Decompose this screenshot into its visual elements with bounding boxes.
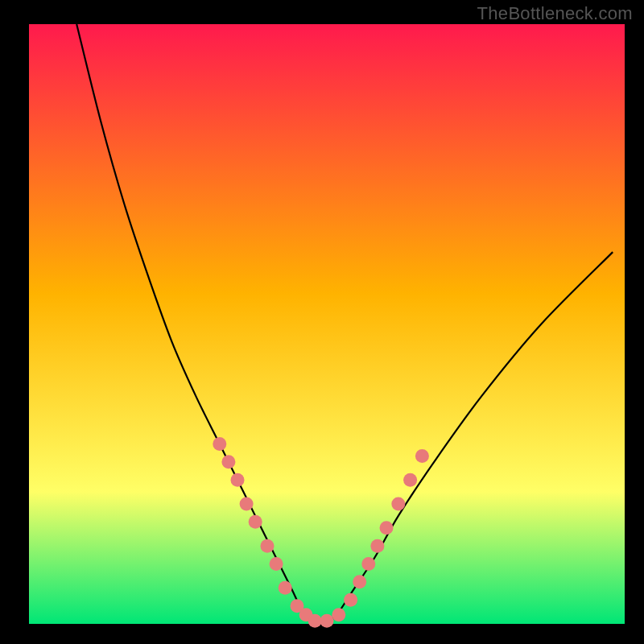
highlight-dot [270, 557, 283, 571]
highlight-dot [221, 455, 235, 469]
chart-frame: TheBottleneck.com [0, 0, 644, 644]
highlight-dot [308, 614, 322, 628]
highlight-dot [320, 614, 334, 628]
highlight-dot [361, 557, 375, 571]
attribution-label: TheBottleneck.com [477, 3, 633, 24]
highlight-dot [344, 593, 357, 607]
highlight-dot [240, 497, 254, 511]
highlight-dot [403, 473, 417, 487]
gradient-background [29, 24, 625, 624]
highlight-dot [353, 575, 366, 588]
highlight-dot [261, 539, 275, 553]
highlight-dot [391, 497, 405, 511]
highlight-dot [249, 515, 262, 529]
highlight-dot [380, 521, 394, 535]
highlight-dot [279, 581, 292, 595]
highlight-dot [231, 473, 245, 487]
highlight-dot [332, 608, 345, 621]
highlight-dot [213, 437, 226, 451]
bottleneck-chart [0, 0, 644, 644]
highlight-dot [370, 539, 384, 553]
highlight-dot [415, 449, 429, 463]
